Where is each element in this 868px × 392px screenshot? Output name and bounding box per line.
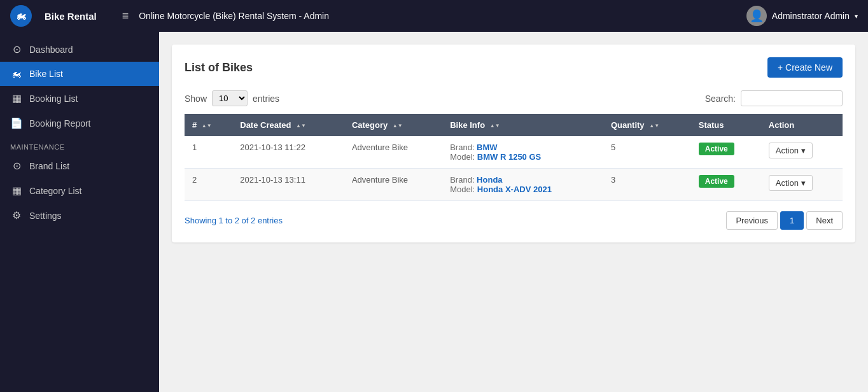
sidebar-item-dashboard[interactable]: ⊙ Dashboard <box>0 37 159 62</box>
model-line: Model: Honda X-ADV 2021 <box>450 185 596 194</box>
brand-label: Brand: <box>450 175 477 185</box>
previous-button[interactable]: Previous <box>726 211 778 230</box>
cell-num: 1 <box>185 136 232 169</box>
cell-date: 2021-10-13 11:22 <box>232 136 344 169</box>
show-label: Show <box>185 94 207 104</box>
category-list-icon: ▦ <box>10 185 23 197</box>
sidebar-item-bike-list[interactable]: 🏍 Bike List <box>0 62 159 86</box>
username: Adminstrator Admin <box>772 11 850 21</box>
sidebar-item-booking-report[interactable]: 📄 Booking Report <box>0 111 159 136</box>
action-dropdown-arrow: ▾ <box>801 178 806 188</box>
cell-date: 2021-10-13 13:11 <box>232 169 344 201</box>
create-new-button[interactable]: + Create New <box>767 57 843 78</box>
sidebar-label-settings: Settings <box>29 211 62 221</box>
col-action: Action <box>761 114 843 136</box>
sidebar-label-category-list: Category List <box>29 186 81 196</box>
col-status: Status <box>691 114 761 136</box>
cell-category: Adventure Bike <box>344 169 442 201</box>
avatar: 👤 <box>746 6 767 26</box>
top-navbar: 🏍 Bike Rental ≡ Online Motorcycle (Bike)… <box>0 0 868 32</box>
user-dropdown-arrow: ▾ <box>855 13 858 20</box>
card-header: List of Bikes + Create New <box>185 57 843 78</box>
cell-status: Active <box>691 169 761 201</box>
col-num: # ▲▼ <box>185 114 232 136</box>
col-bike-info: Bike Info ▲▼ <box>442 114 603 136</box>
sidebar-label-booking-list: Booking List <box>29 94 78 104</box>
brand-value: BMW <box>477 143 498 152</box>
cell-quantity: 5 <box>603 136 691 169</box>
brand-logo: 🏍 <box>10 5 32 27</box>
brand-value: Honda <box>477 175 502 185</box>
model-value: BMW R 1250 GS <box>477 152 541 162</box>
sidebar-item-category-list[interactable]: ▦ Category List <box>0 178 159 203</box>
settings-icon: ⚙ <box>10 209 23 221</box>
cell-num: 2 <box>185 169 232 201</box>
booking-list-icon: ▦ <box>10 92 23 104</box>
cell-category: Adventure Bike <box>344 136 442 169</box>
table-controls: Show 10 25 50 100 entries Search: <box>185 90 843 106</box>
brand-label: Brand: <box>450 143 477 152</box>
cell-action: Action ▾ <box>761 169 843 201</box>
brand-line: Brand: Honda <box>450 175 596 185</box>
model-label: Model: <box>450 185 477 194</box>
sort-quantity[interactable]: ▲▼ <box>649 123 659 129</box>
table-row: 2 2021-10-13 13:11 Adventure Bike Brand:… <box>185 169 843 201</box>
model-label: Model: <box>450 152 477 162</box>
sidebar-label-brand-list: Brand List <box>29 161 69 171</box>
main-content: List of Bikes + Create New Show 10 25 50… <box>159 32 868 392</box>
sort-category[interactable]: ▲▼ <box>393 123 403 129</box>
app-title: Online Motorcycle (Bike) Rental System -… <box>139 11 736 21</box>
brand-list-icon: ⊙ <box>10 160 23 172</box>
table-row: 1 2021-10-13 11:22 Adventure Bike Brand:… <box>185 136 843 169</box>
maintenance-section-label: Maintenance <box>0 136 159 153</box>
status-badge: Active <box>699 175 734 188</box>
table-header-row: # ▲▼ Date Created ▲▼ Category ▲▼ Bike <box>185 114 843 136</box>
bike-list-icon: 🏍 <box>10 68 23 80</box>
page-title: List of Bikes <box>185 61 253 74</box>
cell-action: Action ▾ <box>761 136 843 169</box>
content-card: List of Bikes + Create New Show 10 25 50… <box>172 45 855 242</box>
sidebar-label-booking-report: Booking Report <box>29 118 91 129</box>
pagination-buttons: Previous 1 Next <box>726 211 843 230</box>
sidebar-item-brand-list[interactable]: ⊙ Brand List <box>0 153 159 178</box>
model-line: Model: BMW R 1250 GS <box>450 152 596 162</box>
next-button[interactable]: Next <box>806 211 843 230</box>
sort-num[interactable]: ▲▼ <box>202 123 212 129</box>
cell-status: Active <box>691 136 761 169</box>
dashboard-icon: ⊙ <box>10 43 23 55</box>
sidebar-item-settings[interactable]: ⚙ Settings <box>0 203 159 228</box>
sidebar-item-booking-list[interactable]: ▦ Booking List <box>0 86 159 111</box>
search-box: Search: <box>705 90 843 106</box>
action-button[interactable]: Action ▾ <box>769 143 813 158</box>
col-category: Category ▲▼ <box>344 114 442 136</box>
status-badge: Active <box>699 143 734 155</box>
col-date-created: Date Created ▲▼ <box>232 114 344 136</box>
bikes-table: # ▲▼ Date Created ▲▼ Category ▲▼ Bike <box>185 114 843 201</box>
sidebar-label-dashboard: Dashboard <box>29 45 73 55</box>
action-button[interactable]: Action ▾ <box>769 175 813 191</box>
search-input[interactable] <box>741 90 843 106</box>
user-menu[interactable]: 👤 Adminstrator Admin ▾ <box>746 6 858 26</box>
showing-text: Showing 1 to 2 of 2 entries <box>185 216 283 225</box>
cell-bike-info: Brand: Honda Model: Honda X-ADV 2021 <box>442 169 603 201</box>
col-quantity: Quantity ▲▼ <box>603 114 691 136</box>
action-dropdown-arrow: ▾ <box>801 146 806 155</box>
brand-name: Bike Rental <box>45 11 97 22</box>
cell-quantity: 3 <box>603 169 691 201</box>
search-label: Search: <box>705 94 736 104</box>
model-value: Honda X-ADV 2021 <box>477 185 552 194</box>
sidebar-label-bike-list: Bike List <box>29 69 63 79</box>
sidebar: ⊙ Dashboard 🏍 Bike List ▦ Booking List 📄… <box>0 32 159 392</box>
brand-line: Brand: BMW <box>450 143 596 152</box>
booking-report-icon: 📄 <box>10 117 23 129</box>
page-1-button[interactable]: 1 <box>780 211 804 230</box>
show-entries: Show 10 25 50 100 entries <box>185 90 279 106</box>
sort-bike-info[interactable]: ▲▼ <box>490 123 500 129</box>
entries-select[interactable]: 10 25 50 100 <box>212 90 248 106</box>
sort-date[interactable]: ▲▼ <box>296 123 306 129</box>
hamburger-icon[interactable]: ≡ <box>122 10 129 23</box>
cell-bike-info: Brand: BMW Model: BMW R 1250 GS <box>442 136 603 169</box>
brand-icon: 🏍 <box>16 10 26 22</box>
pagination-area: Showing 1 to 2 of 2 entries Previous 1 N… <box>185 211 843 230</box>
entries-label: entries <box>253 94 279 104</box>
